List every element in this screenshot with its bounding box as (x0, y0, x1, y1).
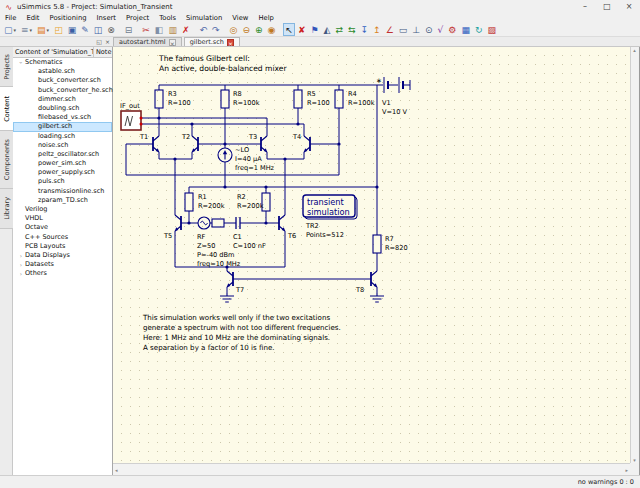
resistor-R8-symbol[interactable] (221, 90, 229, 108)
tree-item-noise-sch[interactable]: noise.sch (13, 141, 112, 150)
ground-symbol[interactable] (370, 293, 384, 302)
transistor-T6-symbol[interactable] (279, 215, 285, 231)
wires[interactable] (126, 85, 410, 293)
toolbar-new-schematic[interactable]: ▢▾ (2, 23, 18, 36)
resistor-R1-symbol[interactable] (185, 193, 193, 211)
tab-close-icon[interactable]: × (169, 39, 176, 46)
toolbar-save[interactable]: ▣ (66, 23, 79, 36)
toolbar-print[interactable]: ⊟ (123, 23, 135, 36)
tree-expand-icon[interactable]: › (20, 261, 22, 268)
toolbar-new-data-display[interactable]: ▤▾ (35, 23, 51, 36)
tree-item-data-displays[interactable]: ›Data Displays (13, 251, 112, 260)
toolbar-copy[interactable]: ◧ (153, 23, 166, 36)
tree-item-loading-sch[interactable]: loading.sch (13, 132, 112, 141)
maximize-button[interactable]: □ (596, 0, 618, 14)
current-source-LO-symbol[interactable] (218, 148, 232, 162)
tree-item-doubling-sch[interactable]: doubling.sch (13, 104, 112, 113)
toolbar-go-into-subcircuit[interactable]: ↧ (359, 23, 371, 36)
toolbar-delete[interactable]: ✗ (180, 23, 192, 36)
scroll-left-icon[interactable]: ◂ (115, 467, 118, 473)
toolbar-close-file[interactable]: ⊗ (105, 23, 117, 36)
toolbar-insert-wire-mode[interactable]: ⚑ (308, 23, 320, 36)
tree-item-pcb-layouts[interactable]: PCB Layouts (13, 242, 112, 251)
toolbar-redo[interactable]: ↷ (210, 23, 222, 36)
tab-components[interactable]: Components (0, 131, 13, 189)
tab-autostart-html[interactable]: autostart.html × (113, 37, 182, 46)
tree-item-c-sources[interactable]: C++ Sources (13, 233, 112, 242)
toolbar-paste[interactable]: ▥ (166, 23, 179, 36)
transistor-T1-symbol[interactable] (153, 136, 159, 152)
transistor-T7-symbol[interactable] (227, 271, 233, 287)
tree-item-verilog[interactable]: Verilog (13, 205, 112, 214)
toolbar-new-text-document[interactable]: ≡▾ (19, 23, 34, 36)
toolbar-insert-equation[interactable]: √ (436, 23, 446, 36)
scroll-up-icon[interactable]: ▴ (631, 47, 638, 53)
transistor-T4-symbol[interactable] (304, 136, 310, 152)
transistor-T8-symbol[interactable] (371, 271, 377, 287)
close-panel-icon[interactable]: × (105, 38, 110, 46)
tree-item-buck-converter-he-sch[interactable]: buck_converter_he.sch (13, 86, 112, 95)
resistor-R3-symbol[interactable] (155, 90, 163, 108)
toolbar-rotate-right[interactable]: ⇆ (346, 23, 358, 36)
menu-edit[interactable]: Edit (21, 14, 44, 23)
transistor-T3-symbol[interactable] (261, 136, 267, 152)
float-panel-icon[interactable]: ◱ (96, 38, 102, 46)
menu-insert[interactable]: Insert (92, 14, 122, 23)
tab-close-icon[interactable]: × (227, 39, 234, 46)
menu-view[interactable]: View (227, 14, 253, 23)
menu-file[interactable]: File (0, 14, 21, 23)
transistor-T2-symbol[interactable] (192, 136, 198, 152)
toolbar-zoom-in[interactable]: ⊕ (253, 23, 265, 36)
scope-IF-out-symbol[interactable] (121, 111, 143, 130)
menu-help[interactable]: Help (253, 14, 279, 23)
toolbar-view-data-display[interactable]: ▦ (459, 23, 472, 36)
toolbar-zoom-one-to-one[interactable]: ◉ (265, 23, 277, 36)
tree-item-buck-converter-sch[interactable]: buck_converter.sch (13, 76, 112, 85)
tree-item-others[interactable]: ›Others (13, 269, 112, 278)
close-button[interactable]: × (618, 0, 640, 14)
ground-symbol[interactable] (220, 293, 234, 302)
toolbar-cut[interactable]: ✂ (140, 23, 152, 36)
tree-item-puls-sch[interactable]: puls.sch (13, 177, 112, 186)
menu-project[interactable]: Project (121, 14, 154, 23)
title-bar[interactable]: ∿ uSimmics 5.8 - Project: Simulation_Tra… (0, 0, 640, 14)
toolbar-zoom-fit[interactable]: ◎ (228, 23, 240, 36)
tree-expand-icon[interactable]: › (20, 270, 22, 277)
tree-item-filebased-vs-sch[interactable]: filebased_vs.sch (13, 113, 112, 122)
toolbar-save-as[interactable]: ✎ (79, 23, 91, 36)
tree-item-astable-sch[interactable]: astable.sch (13, 67, 112, 76)
toolbar-insert-wire[interactable]: ∠ (384, 23, 396, 36)
capacitor-C1-symbol[interactable] (236, 217, 240, 229)
toolbar-insert-ground[interactable]: ⊥ (410, 23, 422, 36)
tab-projects[interactable]: Projects (0, 47, 13, 87)
tree-item-datasets[interactable]: ›Datasets (13, 260, 112, 269)
tab-gilbert-sch[interactable]: gilbert.sch × (184, 37, 240, 46)
toolbar-refresh[interactable]: ↻ (473, 23, 485, 36)
tree-expand-icon[interactable]: › (20, 252, 22, 259)
vertical-scrollbar[interactable]: ▴ ▾ (630, 47, 638, 463)
tree-item-vhdl[interactable]: VHDL (13, 214, 112, 223)
toolbar-insert-port[interactable]: ⊙ (423, 23, 435, 36)
transistor-T5-symbol[interactable] (175, 215, 181, 231)
menu-simulation[interactable]: Simulation (181, 14, 227, 23)
tree-collapse-icon[interactable]: › (16, 61, 25, 63)
tree-item-zparam-td-sch[interactable]: zparam_TD.sch (13, 196, 112, 205)
minimize-button[interactable]: – (574, 0, 596, 14)
toolbar-insert-wire-label[interactable]: ▭ (397, 23, 410, 36)
toolbar-mirror-about-axis[interactable]: ◭ (322, 23, 333, 36)
toolbar-undo[interactable]: ↶ (197, 23, 209, 36)
dropdown-arrow-icon[interactable]: ▾ (14, 27, 17, 33)
menu-tools[interactable]: Tools (154, 14, 181, 23)
dropdown-arrow-icon[interactable]: ▾ (30, 27, 33, 33)
toolbar-zoom-out[interactable]: ⊖ (240, 23, 252, 36)
tree-item-power-supply-sch[interactable]: power_supply.sch (13, 168, 112, 177)
schematic-canvas[interactable]: ∗ (113, 47, 630, 463)
toolbar-pop-out-of-subcircuit[interactable]: ↥ (371, 23, 383, 36)
tree-item-gilbert-sch[interactable]: gilbert.sch (13, 122, 112, 131)
toolbar-select-pointer[interactable]: ↖ (283, 23, 295, 36)
tree-item-dimmer-sch[interactable]: dimmer.sch (13, 95, 112, 104)
dropdown-arrow-icon[interactable]: ▾ (47, 27, 50, 33)
resistor-R5-symbol[interactable] (294, 90, 302, 108)
tab-library[interactable]: Library (0, 189, 13, 229)
toolbar-open-file[interactable]: ◰ (52, 23, 65, 36)
